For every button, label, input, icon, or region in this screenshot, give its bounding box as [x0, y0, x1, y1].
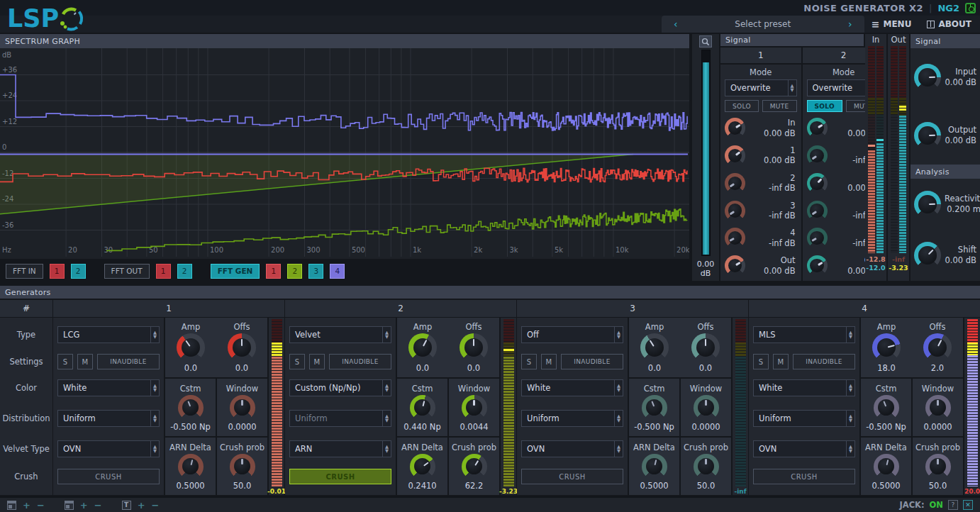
mute-gen-button-4[interactable]: M: [773, 354, 789, 369]
fft-channel-button-4[interactable]: 4: [330, 264, 345, 279]
param-knob-offs-gen1[interactable]: [228, 333, 256, 362]
fft-channel-button-2[interactable]: 2: [71, 264, 86, 279]
fft-toggle-1[interactable]: FFT OUT: [104, 264, 150, 279]
param-knob-cstm-gen3[interactable]: [642, 395, 667, 421]
crush-button-gen1[interactable]: CRUSH: [57, 469, 160, 484]
velvet-type-select-gen3[interactable]: OVN▲▼: [521, 440, 623, 457]
fft-channel-button-1[interactable]: 1: [156, 264, 171, 279]
gain-knob-ch2-out[interactable]: [807, 255, 828, 276]
param-knob-amp-gen3[interactable]: [640, 333, 669, 362]
fft-channel-button-1[interactable]: 1: [266, 264, 281, 279]
type-select-gen4[interactable]: MLS▲▼: [753, 326, 855, 343]
crush-button-gen3[interactable]: CRUSH: [521, 469, 623, 484]
param-knob-offs-gen4[interactable]: [923, 333, 952, 362]
param-knob-amp-gen4[interactable]: [872, 333, 901, 362]
mute-button-ch1[interactable]: MUTE: [762, 100, 797, 112]
gain-knob-ch2-2[interactable]: [807, 173, 828, 194]
type-select-gen3[interactable]: Off▲▼: [521, 326, 623, 343]
gain-knob-ch2-3[interactable]: [807, 201, 828, 221]
param-knob-amp-gen1[interactable]: [177, 333, 205, 362]
crush-button-gen4[interactable]: CRUSH: [753, 469, 855, 484]
color-select-gen4[interactable]: White▲▼: [753, 379, 855, 396]
preset-prev-button[interactable]: ‹: [662, 18, 690, 30]
about-button[interactable]: ABOUT: [927, 19, 971, 29]
mute-gen-button-1[interactable]: M: [77, 354, 93, 369]
velvet-type-select-gen4[interactable]: OVN▲▼: [753, 440, 855, 457]
crush-button-gen2[interactable]: CRUSH: [289, 469, 391, 484]
master-knob-input[interactable]: [914, 64, 941, 91]
gain-knob-ch1-out[interactable]: [725, 255, 745, 276]
gain-knob-ch1-in[interactable]: [725, 118, 745, 138]
graph-gain-fader[interactable]: [701, 50, 711, 256]
type-select-gen1[interactable]: LCG▲▼: [57, 326, 160, 343]
param-knob-crush-prob-gen4[interactable]: [925, 454, 951, 479]
solo-button-ch2[interactable]: SOLO: [807, 100, 842, 112]
preset-next-button[interactable]: ›: [836, 18, 864, 30]
param-knob-offs-gen2[interactable]: [460, 333, 488, 362]
inaudible-button-3[interactable]: INAUDIBLE: [561, 354, 623, 369]
param-knob-arn-delta-gen2[interactable]: [410, 454, 435, 479]
velvet-type-select-gen1[interactable]: OVN▲▼: [57, 440, 160, 457]
fft-channel-button-3[interactable]: 3: [308, 264, 323, 279]
gain-knob-ch1-1[interactable]: [725, 145, 745, 166]
master-knob-output[interactable]: [914, 122, 941, 149]
fft-channel-button-2[interactable]: 2: [177, 264, 192, 279]
gain-knob-ch1-3[interactable]: [725, 201, 745, 221]
param-knob-crush-prob-gen3[interactable]: [694, 454, 719, 479]
param-knob-arn-delta-gen4[interactable]: [874, 454, 899, 479]
param-knob-window-gen4[interactable]: [925, 395, 951, 421]
param-knob-window-gen1[interactable]: [230, 395, 255, 421]
scale-increase-button-2[interactable]: +: [138, 501, 145, 510]
graph-zoom-button[interactable]: [699, 35, 712, 48]
param-knob-arn-delta-gen3[interactable]: [642, 454, 667, 479]
param-knob-amp-gen2[interactable]: [408, 333, 437, 362]
gain-knob-ch2-1[interactable]: [807, 145, 828, 166]
solo-gen-button-1[interactable]: S: [57, 354, 73, 369]
window-scale-icon[interactable]: [7, 501, 16, 510]
gain-knob-ch1-4[interactable]: [725, 228, 745, 248]
solo-button-ch1[interactable]: SOLO: [725, 100, 759, 112]
master-knob-reactivity[interactable]: [914, 191, 941, 218]
param-knob-crush-prob-gen1[interactable]: [230, 454, 255, 479]
color-select-gen2[interactable]: Custom (Np/Np)▲▼: [289, 379, 391, 396]
fft-channel-button-2[interactable]: 2: [287, 264, 302, 279]
param-knob-window-gen2[interactable]: [462, 395, 487, 421]
param-knob-offs-gen3[interactable]: [691, 333, 720, 362]
color-select-gen1[interactable]: White▲▼: [57, 379, 160, 396]
power-icon[interactable]: [965, 3, 976, 13]
solo-gen-button-3[interactable]: S: [521, 354, 537, 369]
gain-knob-ch2-in[interactable]: [807, 118, 828, 138]
velvet-type-select-gen2[interactable]: ARN▲▼: [289, 440, 391, 457]
inaudible-button-4[interactable]: INAUDIBLE: [793, 354, 855, 369]
param-knob-cstm-gen1[interactable]: [178, 395, 204, 421]
inaudible-button-1[interactable]: INAUDIBLE: [97, 354, 160, 369]
menu-button[interactable]: ≡ MENU: [872, 18, 912, 30]
close-icon[interactable]: ✕: [963, 500, 973, 510]
fft-toggle-2[interactable]: FFT GEN: [211, 264, 260, 279]
solo-gen-button-4[interactable]: S: [753, 354, 769, 369]
help-icon[interactable]: ?: [948, 500, 958, 510]
param-knob-cstm-gen4[interactable]: [874, 395, 899, 421]
mode-select-ch1[interactable]: Overwrite▲▼: [725, 79, 797, 96]
scale-decrease-button-2[interactable]: −: [152, 501, 160, 510]
scale-increase-button-0[interactable]: +: [23, 501, 30, 510]
font-scale-icon[interactable]: T: [122, 501, 131, 510]
gain-knob-ch1-2[interactable]: [725, 173, 745, 194]
distribution-select-gen1[interactable]: Uniform▲▼: [57, 410, 160, 427]
fft-toggle-0[interactable]: FFT IN: [6, 264, 43, 279]
distribution-select-gen3[interactable]: Uniform▲▼: [521, 410, 623, 427]
scale-decrease-button-0[interactable]: −: [37, 501, 45, 510]
fft-channel-button-1[interactable]: 1: [50, 264, 65, 279]
bundle-scale-icon[interactable]: [65, 501, 74, 510]
param-knob-crush-prob-gen2[interactable]: [462, 454, 487, 479]
inaudible-button-2[interactable]: INAUDIBLE: [329, 354, 391, 369]
color-select-gen3[interactable]: White▲▼: [521, 379, 623, 396]
gain-knob-ch2-4[interactable]: [807, 228, 828, 248]
mute-gen-button-3[interactable]: M: [541, 354, 557, 369]
param-knob-arn-delta-gen1[interactable]: [178, 454, 204, 479]
distribution-select-gen2[interactable]: Uniform▲▼: [289, 410, 391, 427]
type-select-gen2[interactable]: Velvet▲▼: [289, 326, 391, 343]
solo-gen-button-2[interactable]: S: [289, 354, 305, 369]
scale-decrease-button-1[interactable]: −: [94, 501, 102, 510]
param-knob-cstm-gen2[interactable]: [410, 395, 435, 421]
